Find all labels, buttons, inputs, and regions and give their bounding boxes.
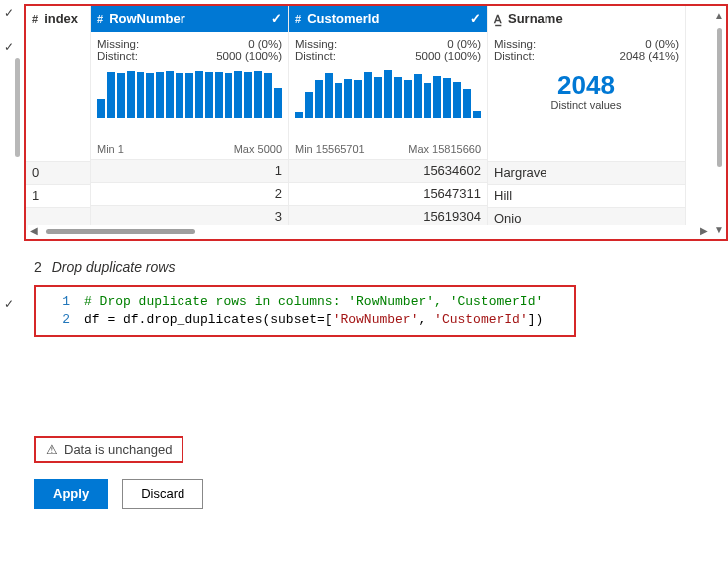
column-header-rownumber[interactable]: # RowNumber ✓ bbox=[91, 6, 288, 32]
code-text: df = df.drop_duplicates(subset=[ bbox=[84, 311, 333, 329]
stat-value: 5000 (100%) bbox=[415, 50, 481, 62]
stat-value: 0 (0%) bbox=[645, 38, 679, 50]
chevron-left-icon[interactable]: ◀ bbox=[30, 225, 38, 236]
code-string: 'CustomerId' bbox=[434, 311, 528, 329]
stat-label: Distinct: bbox=[295, 50, 336, 62]
table-cell[interactable]: 2 bbox=[91, 182, 288, 205]
status-text: Data is unchanged bbox=[64, 442, 172, 457]
stat-value: 0 (0%) bbox=[248, 38, 282, 50]
code-text: ]) bbox=[528, 311, 544, 329]
code-text: , bbox=[418, 311, 434, 329]
warning-icon: ⚠ bbox=[46, 442, 58, 457]
check-icon: ✓ bbox=[470, 8, 481, 30]
line-number: 1 bbox=[42, 293, 84, 311]
min-label: Min 1 bbox=[97, 144, 124, 155]
column-index: # index 0 1 bbox=[26, 6, 91, 230]
line-number: 2 bbox=[42, 311, 84, 329]
column-label: index bbox=[44, 8, 78, 30]
stat-value: 0 (0%) bbox=[447, 38, 481, 50]
code-string: 'RowNumber' bbox=[333, 311, 419, 329]
distinct-big-number: 2048 Distinct values bbox=[494, 70, 679, 111]
code-comment: # Drop duplicate rows in columns: 'RowNu… bbox=[84, 293, 543, 311]
stat-label: Distinct: bbox=[97, 50, 138, 62]
stat-label: Missing: bbox=[494, 38, 536, 50]
hash-icon: # bbox=[295, 8, 301, 30]
stat-label: Missing: bbox=[295, 38, 337, 50]
column-rownumber: # RowNumber ✓ Missing:0 (0%) Distinct:50… bbox=[91, 6, 289, 230]
table-cell[interactable]: 1 bbox=[91, 159, 288, 182]
column-label: CustomerId bbox=[307, 8, 379, 30]
step-number: 2 bbox=[34, 259, 42, 275]
chevron-down-icon[interactable]: ▼ bbox=[714, 224, 724, 235]
gutter-check-icon: ✓ bbox=[4, 297, 14, 311]
text-type-icon: A̲ bbox=[494, 8, 502, 30]
stat-label: Missing: bbox=[97, 38, 139, 50]
stat-label: Distinct: bbox=[494, 50, 535, 62]
table-cell[interactable]: 15647311 bbox=[289, 182, 487, 205]
histogram bbox=[97, 70, 282, 118]
vertical-scroll-thumb[interactable] bbox=[717, 28, 722, 167]
left-scroll-thumb[interactable] bbox=[15, 58, 20, 157]
gutter-check-icon: ✓ bbox=[4, 40, 14, 54]
data-preview-panel: # index 0 1 # RowNumber ✓ bbox=[24, 4, 728, 241]
step-name: Drop duplicate rows bbox=[52, 259, 176, 275]
stat-value: 5000 (100%) bbox=[216, 50, 282, 62]
max-label: Max 5000 bbox=[234, 144, 282, 155]
step-title: 2 Drop duplicate rows bbox=[34, 259, 728, 275]
column-label: RowNumber bbox=[109, 8, 185, 30]
histogram bbox=[295, 70, 481, 118]
column-customerid: # CustomerId ✓ Missing:0 (0%) Distinct:5… bbox=[289, 6, 488, 230]
horizontal-scrollbar[interactable]: ◀ ▶ bbox=[28, 225, 710, 237]
column-header-customerid[interactable]: # CustomerId ✓ bbox=[289, 6, 487, 32]
code-preview: 1 # Drop duplicate rows in columns: 'Row… bbox=[34, 285, 576, 337]
hash-icon: # bbox=[32, 8, 38, 30]
table-cell[interactable]: Hill bbox=[488, 184, 685, 207]
column-label: Surname bbox=[508, 8, 563, 30]
hash-icon: # bbox=[97, 8, 103, 30]
vertical-scrollbar[interactable]: ▲ ▼ bbox=[712, 8, 726, 237]
table-cell[interactable]: 15634602 bbox=[289, 159, 487, 182]
column-header-index[interactable]: # index bbox=[26, 6, 90, 32]
discard-button[interactable]: Discard bbox=[122, 479, 203, 509]
column-surname: A̲ Surname Missing:0 (0%) Distinct:2048 … bbox=[488, 6, 686, 230]
chevron-right-icon[interactable]: ▶ bbox=[700, 225, 708, 236]
check-icon: ✓ bbox=[271, 8, 282, 30]
gutter-check-icon: ✓ bbox=[4, 6, 14, 20]
column-header-surname[interactable]: A̲ Surname bbox=[488, 6, 685, 32]
max-label: Max 15815660 bbox=[408, 144, 481, 155]
chevron-up-icon[interactable]: ▲ bbox=[714, 10, 724, 21]
table-cell[interactable]: Hargrave bbox=[488, 161, 685, 184]
horizontal-scroll-thumb[interactable] bbox=[46, 229, 195, 234]
status-unchanged: ⚠ Data is unchanged bbox=[34, 436, 183, 463]
stat-value: 2048 (41%) bbox=[620, 50, 679, 62]
apply-button[interactable]: Apply bbox=[34, 479, 108, 509]
min-label: Min 15565701 bbox=[295, 144, 365, 155]
table-cell[interactable]: 0 bbox=[26, 161, 90, 184]
table-cell[interactable]: 1 bbox=[26, 184, 90, 207]
